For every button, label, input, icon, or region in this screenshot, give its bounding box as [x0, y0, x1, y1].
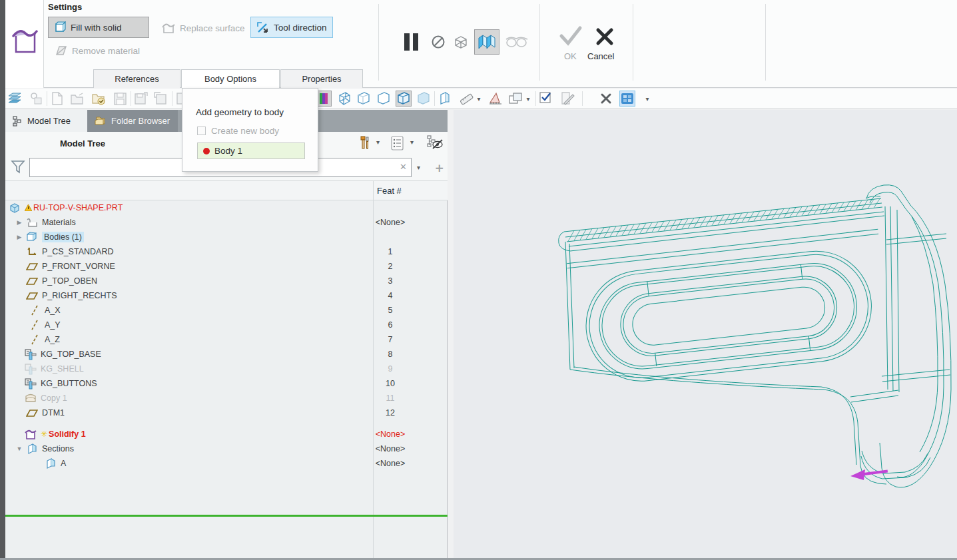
tree-row-sections[interactable]: ▼ Sections <None> — [5, 441, 448, 456]
measure-caret[interactable]: ▾ — [474, 91, 483, 107]
tree-row-label: A — [61, 459, 66, 468]
glasses-button[interactable] — [505, 33, 529, 51]
tree-settings-caret[interactable]: ▾ — [410, 139, 414, 146]
cancel-button[interactable] — [593, 25, 617, 48]
tree-row-feat: <None> — [364, 429, 417, 439]
axis-icon — [28, 320, 41, 330]
tree-row-plane-top[interactable]: P_TOP_OBEN 3 — [5, 274, 448, 288]
tab-references[interactable]: References — [93, 69, 180, 88]
save-button[interactable] — [112, 91, 128, 107]
tree-row-label: KG_BUTTONS — [41, 379, 97, 388]
tree-row-csys[interactable]: P_CS_STANDARD 1 — [5, 244, 448, 259]
expander-collapsed-icon[interactable]: ▶ — [13, 219, 25, 226]
tree-column-header: Feat # — [5, 180, 448, 200]
wireframe-preview-button[interactable] — [452, 33, 470, 51]
tree-row-kg-top-base[interactable]: KG_TOP_BASE 8 — [5, 347, 448, 362]
ok-button[interactable] — [557, 23, 585, 49]
tree-row-materials[interactable]: ▶ Materials <None> — [5, 215, 448, 230]
body-1-item[interactable]: Body 1 — [197, 142, 305, 159]
toolbar-overflow-caret[interactable]: ▾ — [639, 91, 655, 107]
display-shaded-edges-button[interactable] — [396, 91, 412, 107]
tools-icon — [355, 135, 371, 151]
add-filter-button[interactable]: ＋ — [433, 159, 446, 176]
save-as-button[interactable] — [133, 91, 149, 107]
expander-expanded-icon[interactable]: ▼ — [13, 445, 25, 452]
display-no-hidden-button[interactable] — [376, 91, 392, 107]
tree-settings-button[interactable] — [390, 135, 405, 151]
window-arrange-caret[interactable]: ▾ — [523, 91, 533, 107]
section-icon — [44, 458, 57, 469]
search-clear-icon[interactable]: ✕ — [400, 162, 407, 172]
remove-material-button[interactable]: Remove material — [49, 41, 146, 60]
tree-row-plane-right[interactable]: P_RIGHT_RECHTS 4 — [5, 288, 448, 303]
display-wireframe-button[interactable] — [336, 91, 352, 107]
csys-icon — [25, 246, 39, 257]
open-session-button[interactable] — [91, 91, 107, 107]
tree-row-solidify-1[interactable]: ✳ Solidify 1 <None> — [5, 427, 448, 441]
tree-row-axis-x[interactable]: A_X 5 — [5, 303, 448, 318]
tab-properties[interactable]: Properties — [280, 69, 363, 88]
tab-folder-browser-label: Folder Browser — [111, 116, 170, 126]
remove-material-label: Remove material — [72, 46, 140, 56]
part-icon — [8, 202, 21, 213]
display-shaded-button[interactable] — [416, 91, 432, 107]
measure-button[interactable] — [458, 91, 474, 107]
save-backup-button[interactable] — [153, 91, 169, 107]
layers-button[interactable] — [7, 91, 23, 107]
tab-model-tree[interactable]: Model Tree — [5, 110, 87, 132]
checkbox-icon[interactable] — [197, 127, 206, 135]
tree-row-bodies[interactable]: ▶ Bodies (1) — [5, 230, 448, 244]
save-status-button[interactable] — [28, 91, 44, 107]
draft-analysis-button[interactable] — [487, 91, 503, 107]
tree-row-copy-1[interactable]: Copy 1 11 — [5, 391, 448, 406]
insert-here-indicator[interactable] — [5, 515, 448, 517]
ok-check-icon — [559, 25, 583, 47]
wireframe-preview-icon — [453, 34, 469, 50]
tab-body-options[interactable]: Body Options — [181, 69, 280, 88]
tab-folder-browser[interactable]: Folder Browser — [87, 110, 178, 132]
search-caret[interactable]: ▾ — [417, 164, 420, 171]
display-hidden-line-button[interactable] — [356, 91, 372, 107]
filter-funnel-icon[interactable] — [11, 159, 25, 175]
tree-row-feat: 9 — [364, 364, 417, 374]
tree-row-plane-front[interactable]: P_FRONT_VORNE 2 — [5, 259, 448, 274]
tree-row-axis-y[interactable]: A_Y 6 — [5, 318, 448, 332]
tree-row-label: A_X — [45, 306, 61, 315]
fill-with-solid-label: Fill with solid — [71, 23, 122, 33]
open-file-button[interactable] — [69, 91, 85, 107]
no-preview-button[interactable] — [430, 33, 447, 51]
window-edge-strip — [0, 0, 5, 560]
tree-row-kg-shell[interactable]: KG_SHELL 9 — [5, 362, 448, 376]
display-section-button[interactable] — [437, 91, 453, 107]
tree-row-part[interactable]: RU-TOP-V-SHAPE.PRT — [5, 200, 448, 215]
warning-icon — [25, 204, 32, 211]
activate-window-button[interactable] — [619, 91, 635, 107]
wireframe-model — [454, 110, 957, 560]
tree-tools-button[interactable] — [355, 135, 371, 151]
tree-row-section-a[interactable]: A <None> — [5, 456, 448, 471]
graphics-viewport[interactable] — [454, 110, 957, 560]
model-tree-panel: Model Tree Folder Browser Model Tree — [5, 110, 448, 560]
expander-collapsed-icon[interactable]: ▶ — [13, 234, 25, 240]
tree-row-label: P_CS_STANDARD — [42, 247, 113, 256]
geometry-preview-button[interactable] — [474, 29, 499, 55]
fill-with-solid-button[interactable]: Fill with solid — [48, 17, 149, 38]
tree-row-dtm1[interactable]: DTM1 12 — [5, 406, 448, 420]
tree-tools-caret[interactable]: ▾ — [376, 139, 380, 146]
create-new-body-option[interactable]: Create new body — [197, 126, 279, 136]
verify-button[interactable] — [538, 91, 554, 107]
tree-show-hide-button[interactable] — [426, 135, 444, 152]
window-arrange-button[interactable] — [507, 91, 523, 107]
close-window-button[interactable] — [598, 91, 614, 107]
tool-direction-button[interactable]: Tool direction — [250, 17, 333, 38]
solidify-feature-icon — [12, 25, 39, 55]
pause-button[interactable] — [400, 29, 424, 55]
tree-row-kg-buttons[interactable]: KG_BUTTONS 10 — [5, 376, 448, 391]
body-options-flyout: Add geometry to body Create new body Bod… — [182, 88, 318, 172]
solid-cube-icon — [54, 21, 66, 33]
replace-surface-button[interactable]: Replace surface — [156, 19, 251, 37]
tree-row-axis-z[interactable]: A_Z 7 — [5, 332, 448, 347]
tree-eye-icon — [426, 135, 444, 152]
new-file-button[interactable] — [49, 91, 65, 107]
edit-definition-button[interactable] — [559, 91, 575, 107]
